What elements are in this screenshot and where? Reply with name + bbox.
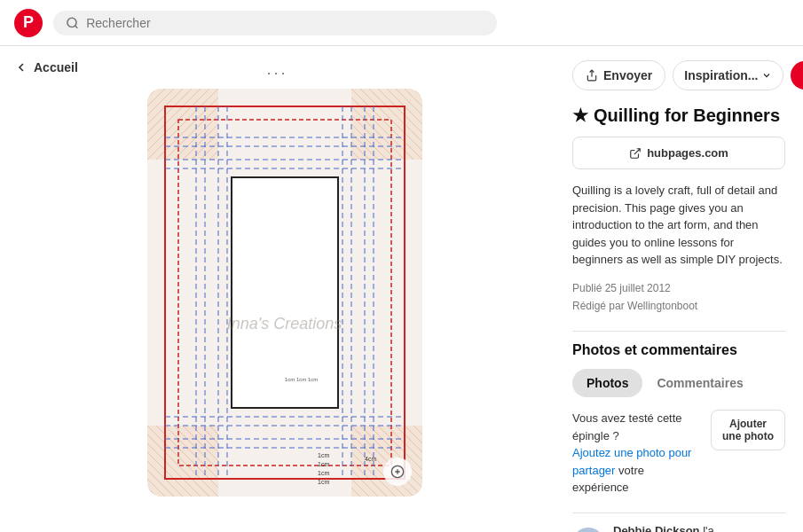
pin-image: 1cm 1cm 1cm 1cm 4cm 1cm 1cm 1cm Inna's C…	[147, 89, 422, 497]
search-bar[interactable]	[53, 11, 497, 35]
avatar: DD	[572, 528, 604, 532]
divider	[572, 331, 785, 332]
inspiration-button[interactable]: Inspiration...	[673, 60, 783, 90]
tabs: Photos Commentaires	[572, 369, 785, 397]
photos-section-title: Photos et commentaires	[572, 342, 785, 358]
envoyer-button[interactable]: Envoyer	[572, 60, 665, 90]
tab-comments[interactable]: Commentaires	[642, 369, 757, 397]
pin-drawing: 1cm 1cm 1cm 1cm 4cm 1cm 1cm 1cm	[147, 89, 422, 497]
expand-icon	[390, 465, 405, 479]
divider-2	[572, 512, 785, 513]
right-panel: Envoyer Inspiration... Enregistrer Quill…	[555, 46, 803, 532]
photo-prompt-text: Vous avez testé cette épingle ? Ajoutez …	[572, 410, 700, 497]
external-link-icon	[629, 147, 642, 160]
main-container: Accueil ...	[0, 46, 803, 532]
add-photo-button[interactable]: Ajouterune photo	[711, 410, 785, 450]
chevron-left-icon	[14, 60, 28, 74]
enregistrer-button[interactable]: Enregistrer	[791, 61, 803, 90]
search-input[interactable]	[86, 16, 484, 30]
chevron-down-icon	[761, 70, 772, 81]
source-link[interactable]: hubpages.com	[572, 137, 785, 169]
svg-text:1cm: 1cm	[318, 470, 329, 476]
pin-title: Quilling for Beginners	[572, 105, 785, 126]
left-panel: Accueil ...	[0, 46, 555, 532]
comment-info: Debbie Dickson l'a enregistrée dans Pape…	[613, 524, 751, 532]
svg-text:1cm 1cm 1cm: 1cm 1cm 1cm	[285, 377, 318, 382]
top-navigation: P	[0, 0, 803, 46]
tab-photos[interactable]: Photos	[572, 369, 642, 397]
expand-button[interactable]	[383, 458, 412, 486]
search-icon	[66, 16, 79, 30]
comment-entry: DD Debbie Dickson l'a enregistrée dans P…	[572, 524, 785, 532]
pin-description: Quilling is a lovely craft, full of deta…	[572, 182, 785, 269]
svg-line-1	[75, 25, 78, 27]
photo-prompt: Vous avez testé cette épingle ? Ajoutez …	[572, 410, 785, 497]
pinterest-logo[interactable]: P	[14, 9, 43, 37]
pin-meta: Publié 25 juillet 2012 Rédigé par Wellin…	[572, 279, 785, 316]
svg-text:4cm: 4cm	[365, 456, 376, 462]
more-options-button[interactable]: ...	[266, 60, 287, 79]
svg-point-0	[67, 18, 76, 27]
share-icon	[586, 69, 598, 82]
svg-text:1cm: 1cm	[318, 461, 329, 467]
svg-rect-85	[232, 177, 338, 408]
svg-text:1cm: 1cm	[318, 479, 329, 485]
svg-line-96	[634, 148, 640, 153]
svg-text:1cm: 1cm	[318, 452, 329, 458]
action-buttons: Envoyer Inspiration... Enregistrer	[572, 60, 785, 90]
